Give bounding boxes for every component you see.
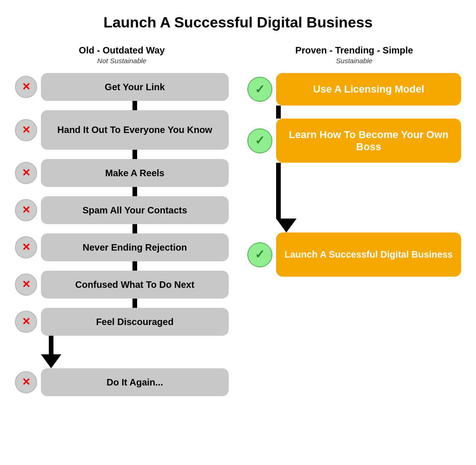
- left-items: ✕ Get Your Link ✕ Hand It Out To Everyon…: [15, 73, 229, 396]
- x-icon-1: ✕: [15, 76, 37, 98]
- left-box-1: Get Your Link: [41, 73, 229, 101]
- list-item: ✕ Make A Reels: [15, 159, 229, 187]
- left-box-4: Spam All Your Contacts: [41, 196, 229, 224]
- columns-wrapper: Old - Outdated Way Not Sustainable ✕ Get…: [9, 45, 467, 396]
- list-item: ✕ Hand It Out To Everyone You Know: [15, 110, 229, 150]
- arrow-shaft: [49, 336, 53, 354]
- connector: [132, 261, 137, 271]
- right-list-item-2: ✓ Learn How To Become Your Own Boss: [247, 119, 461, 163]
- left-box-5: Never Ending Rejection: [41, 233, 229, 261]
- left-box-6: Confused What To Do Next: [41, 271, 229, 299]
- x-icon-5: ✕: [15, 236, 37, 259]
- check-icon-1: ✓: [247, 77, 272, 102]
- right-final-row: ✓ Launch A Successful Digital Business: [247, 232, 461, 277]
- right-connector-2: [276, 163, 281, 219]
- page-title: Launch A Successful Digital Business: [103, 14, 372, 31]
- list-item: ✕ Confused What To Do Next: [15, 271, 229, 299]
- x-icon-6: ✕: [15, 273, 37, 296]
- left-box-final: Do It Again...: [41, 368, 229, 396]
- left-box-2: Hand It Out To Everyone You Know: [41, 110, 229, 150]
- list-item: ✕ Get Your Link: [15, 73, 229, 101]
- check-icon-final: ✓: [247, 242, 272, 267]
- right-box-1: Use A Licensing Model: [276, 73, 461, 106]
- x-icon-7: ✕: [15, 311, 37, 333]
- connector: [132, 187, 137, 196]
- right-box-final: Launch A Successful Digital Business: [276, 232, 461, 277]
- right-arrow: [276, 219, 297, 232]
- left-column: Old - Outdated Way Not Sustainable ✕ Get…: [15, 45, 229, 396]
- list-item: ✕ Feel Discouraged: [15, 308, 229, 336]
- left-box-7: Feel Discouraged: [41, 308, 229, 336]
- right-column: Proven - Trending - Simple Sustainable ✓…: [247, 45, 461, 277]
- right-arrow-head: [276, 219, 297, 232]
- connector: [132, 224, 137, 233]
- connector: [132, 299, 137, 308]
- arrow-head: [41, 354, 61, 368]
- left-column-subtitle: Not Sustainable: [97, 57, 146, 65]
- right-items: ✓ Use A Licensing Model ✓ Learn How To B…: [247, 73, 461, 277]
- right-list-item-1: ✓ Use A Licensing Model: [247, 73, 461, 106]
- connector: [132, 101, 137, 110]
- connector: [132, 150, 137, 159]
- left-column-title: Old - Outdated Way: [79, 45, 165, 56]
- list-item: ✕ Spam All Your Contacts: [15, 196, 229, 224]
- left-box-3: Make A Reels: [41, 159, 229, 187]
- x-icon-4: ✕: [15, 199, 37, 221]
- x-icon-final: ✕: [15, 371, 37, 393]
- right-box-2: Learn How To Become Your Own Boss: [276, 119, 461, 163]
- list-item: ✕ Never Ending Rejection: [15, 233, 229, 261]
- check-icon-2: ✓: [247, 128, 272, 153]
- x-icon-2: ✕: [15, 119, 37, 141]
- x-icon-3: ✕: [15, 162, 37, 184]
- right-column-subtitle: Sustainable: [336, 57, 372, 65]
- list-item-final: ✕ Do It Again...: [15, 368, 229, 396]
- right-column-title: Proven - Trending - Simple: [295, 45, 413, 56]
- left-arrow: [41, 336, 61, 368]
- right-connector-1: [276, 106, 281, 119]
